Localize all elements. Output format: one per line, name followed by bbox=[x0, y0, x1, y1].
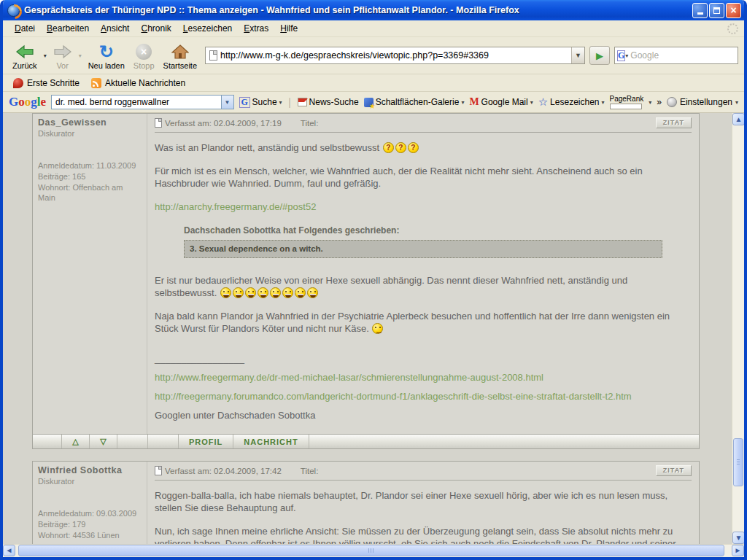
laugh-emoticon bbox=[307, 287, 318, 298]
toolbar-overflow-button[interactable]: » bbox=[657, 97, 662, 107]
go-button[interactable]: ▶ bbox=[589, 46, 610, 65]
menu-bearbeiten[interactable]: Bearbeiten bbox=[41, 21, 95, 36]
menu-lesezeichen[interactable]: Lesezeichen bbox=[177, 21, 238, 36]
post1-signature: _________________ http://www.freegermany… bbox=[155, 352, 692, 421]
pagerank-caret[interactable]: ▾ bbox=[649, 99, 651, 106]
vertical-scroll-thumb[interactable] bbox=[733, 438, 743, 486]
post2-date: Verfasst am: 02.04.2009, 17:42 bbox=[165, 467, 282, 475]
laugh-emoticon bbox=[258, 287, 268, 298]
forward-button[interactable]: Vor bbox=[50, 40, 76, 71]
menu-chronik[interactable]: Chronik bbox=[135, 21, 177, 36]
post-row-2: Winfried Sobottka Diskurator Anmeldedatu… bbox=[32, 461, 700, 544]
laugh-emoticon bbox=[220, 287, 231, 298]
post-row-1: Das_Gewissen Diskurator Anmeldedatum: 11… bbox=[32, 113, 700, 434]
google-logo: Google bbox=[9, 95, 46, 109]
page-icon bbox=[209, 50, 217, 61]
url-history-dropdown[interactable]: ▼ bbox=[571, 47, 584, 63]
post2-location: Wohnort: 44536 Lünen bbox=[38, 530, 142, 540]
window-title: Gesprächskreis der Thüringer NPD :: Them… bbox=[24, 5, 692, 15]
signature-link-2[interactable]: http://freegermany.forumandco.com/landge… bbox=[155, 390, 632, 402]
post2-author[interactable]: Winfried Sobottka bbox=[38, 465, 142, 475]
scroll-down-arrow[interactable]: ▼ bbox=[732, 532, 744, 544]
post1-paragraph-4: Naja bald kann Plandor ja Wahnfried in d… bbox=[155, 311, 670, 334]
content-area: Das_Gewissen Diskurator Anmeldedatum: 11… bbox=[3, 113, 744, 544]
bookmark-erste-schritte[interactable]: Erste Schritte bbox=[9, 77, 84, 90]
bookmark-aktuelle-nachrichten[interactable]: Aktuelle Nachrichten bbox=[87, 77, 190, 90]
pagerank-bar bbox=[610, 104, 642, 109]
post2-quote-button[interactable]: ZITAT bbox=[656, 465, 692, 476]
scroll-up-post-button[interactable]: △ bbox=[62, 435, 90, 448]
back-dropdown-caret[interactable]: ▾ bbox=[44, 52, 47, 59]
gallery-icon bbox=[364, 98, 374, 107]
stop-button[interactable]: × Stopp bbox=[130, 40, 158, 71]
scroll-right-arrow[interactable]: ► bbox=[732, 545, 744, 556]
post2-paragraph-2: Nun, ich sage Ihnen meine ehrliche Ansic… bbox=[155, 525, 692, 544]
message-button[interactable]: NACHRICHT bbox=[233, 435, 309, 448]
vertical-scrollbar[interactable]: ▲ ▼ bbox=[732, 113, 744, 544]
profile-button[interactable]: PROFIL bbox=[179, 435, 233, 448]
web-search-input[interactable] bbox=[628, 50, 746, 61]
post1-rank: Diskurator bbox=[38, 128, 142, 139]
laugh-emoticon bbox=[282, 287, 293, 298]
post1-date: Verfasst am: 02.04.2009, 17:19 bbox=[165, 119, 282, 128]
post1-author[interactable]: Das_Gewissen bbox=[38, 117, 142, 128]
laugh-emoticon bbox=[245, 287, 256, 298]
menu-hilfe[interactable]: Hilfe bbox=[274, 21, 303, 36]
menu-ansicht[interactable]: Ansicht bbox=[95, 21, 135, 36]
post1-quote-button[interactable]: ZITAT bbox=[656, 117, 692, 128]
question-emoticon bbox=[383, 142, 394, 153]
google-search-dropdown[interactable]: ▼ bbox=[221, 96, 233, 109]
post2-user-cell: Winfried Sobottka Diskurator Anmeldedatu… bbox=[33, 462, 147, 544]
settings-sphere-icon bbox=[667, 97, 677, 107]
maximize-button[interactable] bbox=[709, 3, 724, 18]
row-gap bbox=[32, 449, 700, 461]
settings-button[interactable]: Einstellungen bbox=[680, 97, 732, 107]
google-search-button[interactable]: G Suche ▾ bbox=[239, 97, 282, 108]
post1-link[interactable]: http://anarchy.freegermany.de/#post52 bbox=[155, 201, 316, 213]
signature-divider: _________________ bbox=[155, 352, 692, 365]
post2-paragraph-1: Roggen-balla-balla, ich habe niemals beh… bbox=[155, 489, 692, 514]
smile-emoticon bbox=[372, 323, 383, 334]
post2-joined: Anmeldedatum: 09.03.2009 bbox=[38, 508, 142, 518]
horizontal-scroll-thumb[interactable] bbox=[18, 545, 724, 556]
google-g-icon: G bbox=[239, 97, 250, 108]
scroll-up-arrow[interactable]: ▲ bbox=[732, 113, 744, 125]
scroll-down-post-button[interactable]: ▽ bbox=[90, 435, 117, 448]
post-icon bbox=[155, 466, 162, 475]
quote-title: Dachschaden Sobottka hat Folgendes gesch… bbox=[184, 225, 692, 237]
minimize-button[interactable] bbox=[692, 3, 708, 18]
google-mail-button[interactable]: M Google Mail ▾ bbox=[469, 96, 533, 108]
scroll-left-arrow[interactable]: ◄ bbox=[3, 545, 15, 556]
menu-datei[interactable]: Datei bbox=[9, 21, 41, 36]
pagerank-widget[interactable]: PageRank bbox=[610, 96, 644, 109]
signature-link-1[interactable]: http://www.freegermany.de/dr-med-michael… bbox=[155, 371, 543, 384]
forward-dropdown-caret[interactable]: ▾ bbox=[79, 52, 82, 59]
vertical-scroll-track[interactable] bbox=[732, 125, 744, 532]
post2-postcount: Beiträge: 179 bbox=[38, 519, 142, 529]
url-input[interactable] bbox=[217, 50, 571, 61]
firstrun-icon bbox=[13, 78, 23, 88]
back-arrow-icon bbox=[15, 42, 34, 61]
reload-icon: ↻ bbox=[99, 42, 114, 61]
toolbar-bookmarks-button[interactable]: ☆ Lesezeichen ▾ bbox=[538, 96, 605, 109]
quote-block: Dachschaden Sobottka hat Folgendes gesch… bbox=[184, 225, 692, 258]
titlebar: Gesprächskreis der Thüringer NPD :: Them… bbox=[3, 0, 744, 20]
button-gallery-button[interactable]: Schaltflächen-Galerie ▾ bbox=[364, 97, 465, 107]
back-button[interactable]: Zurück bbox=[9, 40, 41, 71]
laugh-emoticon bbox=[233, 287, 244, 298]
news-icon bbox=[298, 98, 307, 106]
news-search-button[interactable]: News-Suche bbox=[298, 97, 359, 107]
question-emoticon bbox=[408, 142, 419, 153]
horizontal-scrollbar[interactable]: ◄ ► bbox=[3, 544, 744, 557]
menu-extras[interactable]: Extras bbox=[238, 21, 274, 36]
search-engine-icon[interactable]: G bbox=[617, 50, 625, 61]
reload-button[interactable]: ↻ Neu laden bbox=[85, 40, 128, 71]
horizontal-scroll-track[interactable] bbox=[15, 545, 732, 557]
google-search-input[interactable] bbox=[52, 97, 221, 107]
rss-icon bbox=[91, 78, 101, 88]
close-button[interactable]: × bbox=[726, 3, 741, 18]
home-icon bbox=[171, 42, 189, 61]
home-button[interactable]: Startseite bbox=[160, 40, 201, 71]
firefox-icon bbox=[7, 4, 20, 17]
google-toolbar: Google ▼ G Suche ▾ ∣ News-Suche Schaltfl… bbox=[3, 92, 744, 113]
